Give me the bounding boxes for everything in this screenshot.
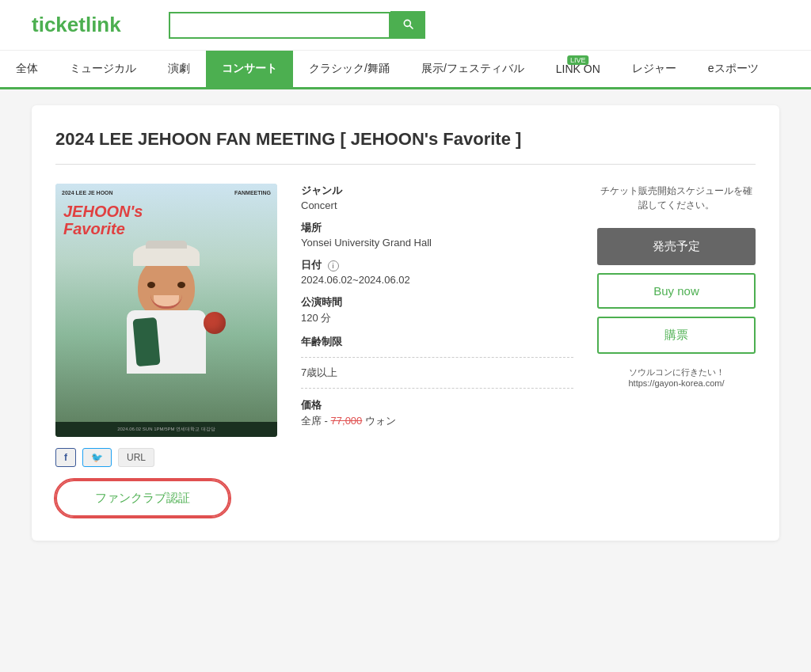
duration-label: 公演時間 xyxy=(301,295,573,309)
poster-top-left: 2024 LEE JE HOON xyxy=(62,190,113,196)
event-body: 2024 LEE JE HOON FANMEETING JEHOON's Fav… xyxy=(55,184,756,517)
search-input[interactable] xyxy=(169,12,390,39)
header: ticketlink xyxy=(0,0,811,51)
logo: ticketlink xyxy=(32,13,121,37)
twitter-share-button[interactable]: 🐦 xyxy=(82,448,112,467)
price-amount: 77,000 xyxy=(331,415,363,427)
genre-label: ジャンル xyxy=(301,184,573,198)
event-poster-image: 2024 LEE JE HOON FANMEETING JEHOON's Fav… xyxy=(55,184,277,437)
fanclub-auth-button[interactable]: ファンクラブ認証 xyxy=(55,480,230,517)
social-share: f 🐦 URL xyxy=(55,448,277,467)
event-right-panel: チケット販売開始スケジュールを確認してください。 発売予定 Buy now 購票… xyxy=(597,184,756,517)
schedule-note: チケット販売開始スケジュールを確認してください。 xyxy=(597,184,756,212)
date-info-icon[interactable]: i xyxy=(328,260,339,271)
poster-bottom-bar: 2024.06.02 SUN 1PM/5PM 연세대학교 대강당 xyxy=(55,422,277,437)
buy-now-button[interactable]: Buy now xyxy=(597,273,756,309)
facebook-icon: f xyxy=(64,452,67,463)
date-value: 2024.06.02~2024.06.02 xyxy=(301,274,573,286)
search-icon xyxy=(402,17,414,30)
main-content: 2024 LEE JEHOON FAN MEETING [ JEHOON's F… xyxy=(0,89,811,556)
logo-prefix: ticket xyxy=(32,13,86,36)
venue-value: Yonsei University Grand Hall xyxy=(301,237,573,249)
logo-suffix: link xyxy=(86,13,121,36)
age-label: 年齢制限 xyxy=(301,335,573,349)
duration-value: 120 分 xyxy=(301,311,573,325)
price-label: 価格 xyxy=(301,398,573,412)
genre-value: Concert xyxy=(301,199,573,211)
poster-top-right: FANMEETING xyxy=(234,190,271,196)
event-title: 2024 LEE JEHOON FAN MEETING [ JEHOON's F… xyxy=(55,129,756,150)
nav-item-linkon[interactable]: LIVE LINK ON xyxy=(540,51,616,89)
price-value: 全席 - 77,000 ウォン xyxy=(301,414,573,428)
twitter-icon: 🐦 xyxy=(91,452,103,463)
url-share-button[interactable]: URL xyxy=(118,448,154,467)
kouken-button[interactable]: 購票 xyxy=(597,317,756,354)
poster-person xyxy=(115,249,218,407)
nav-item-classic[interactable]: クラシック/舞踊 xyxy=(293,51,406,89)
nav-item-drama[interactable]: 演劇 xyxy=(152,51,206,89)
nav-item-musical[interactable]: ミュージカル xyxy=(54,51,152,89)
url-label: URL xyxy=(127,452,146,463)
live-badge: LIVE xyxy=(567,55,589,65)
venue-label: 場所 xyxy=(301,221,573,235)
dotted-line-2 xyxy=(301,388,573,389)
nav-item-esports[interactable]: eスポーツ xyxy=(692,51,775,89)
nav-item-concert[interactable]: コンサート xyxy=(206,51,293,89)
date-label: 日付 i xyxy=(301,258,573,272)
main-nav: 全体 ミュージカル 演劇 コンサート クラシック/舞踊 展示/フェスティバル L… xyxy=(0,51,811,89)
age-value: 7歳以上 xyxy=(301,366,573,380)
search-button[interactable] xyxy=(390,11,425,39)
facebook-share-button[interactable]: f xyxy=(55,448,76,467)
nav-item-all[interactable]: 全体 xyxy=(0,51,54,89)
event-card: 2024 LEE JEHOON FAN MEETING [ JEHOON's F… xyxy=(32,105,779,541)
site-link: ソウルコンに行きたい！ https://gayon-korea.com/ xyxy=(597,366,756,388)
nav-item-leisure[interactable]: レジャー xyxy=(616,51,692,89)
event-poster-column: 2024 LEE JE HOON FANMEETING JEHOON's Fav… xyxy=(55,184,277,517)
nav-item-exhibition[interactable]: 展示/フェスティバル xyxy=(406,51,540,89)
divider xyxy=(55,164,756,165)
hatsubai-button[interactable]: 発売予定 xyxy=(597,228,756,265)
poster-title: JEHOON's Favorite xyxy=(63,203,143,237)
search-area xyxy=(169,11,425,39)
event-details: ジャンル Concert 場所 Yonsei University Grand … xyxy=(301,184,573,517)
dotted-line-1 xyxy=(301,357,573,358)
